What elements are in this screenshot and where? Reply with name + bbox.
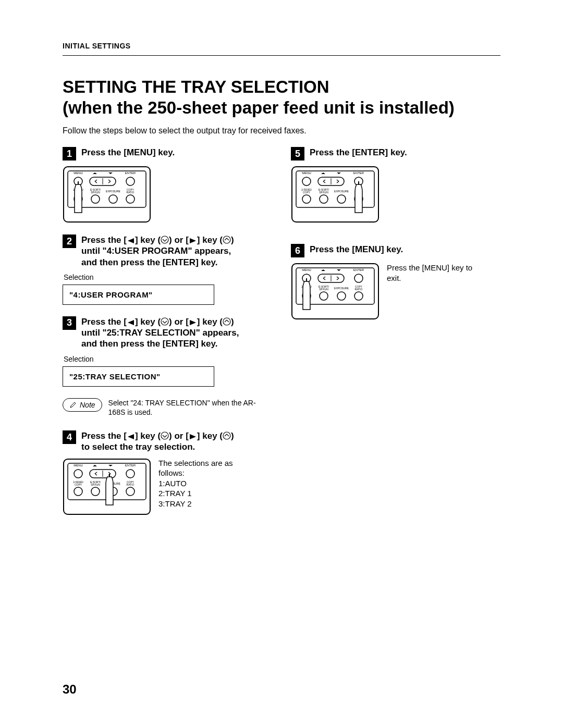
svg-text:SP.FUN: SP.FUN [319,191,328,194]
svg-text:EXPOSURE: EXPOSURE [106,190,120,193]
up-circle-icon [223,236,231,244]
svg-marker-22 [190,238,196,243]
step-number-badge: 2 [63,235,76,248]
intro-text: Follow the steps below to select the out… [63,126,500,135]
svg-point-31 [223,432,230,439]
lcd-display: "25:TRAY SELECTION" [63,366,214,387]
right-arrow-icon [189,434,197,440]
svg-point-29 [161,432,168,439]
svg-text:EXPOSURE: EXPOSURE [334,190,349,193]
step-number-badge: 5 [291,147,304,161]
note-block: Note Select "24: TRAY SELECTION" when th… [63,398,272,417]
pointing-hand-icon [355,181,362,213]
page-title: SETTING THE TRAY SELECTION (when the 250… [63,77,500,118]
svg-text:SP.FUN: SP.FUN [91,191,100,194]
control-panel-illustration: MENU ENTER 2-SIDED COPY E-SORT/ SP.FUN E… [291,166,380,223]
down-circle-icon [161,431,169,440]
step-5: 5 Press the [ENTER] key. MENU [291,147,500,223]
svg-marker-20 [128,238,134,243]
down-circle-icon [161,317,169,326]
left-arrow-icon [127,319,135,326]
control-panel-illustration: MENU ENTER 2-SIDED COPY E-SORT/ SP.FUN [63,166,151,223]
control-panel-illustration: MENU ENTER 2-SIDED COPY E-SORT/ SP.FUN E… [291,263,380,320]
svg-point-65 [320,195,328,203]
svg-point-27 [223,318,230,325]
svg-point-34 [74,470,82,478]
page-number: 30 [63,682,77,697]
header-rule [63,55,500,56]
right-arrow-icon [189,319,197,326]
up-circle-icon [223,431,231,440]
step-3: 3 Press the [] key () or [] key () until… [63,316,272,387]
note-label: Note [80,401,95,409]
svg-text:RATIO: RATIO [355,288,363,291]
left-column: 1 Press the [MENU] key. MENU [63,147,272,526]
step-number-badge: 3 [63,316,76,330]
pencil-icon [69,401,77,409]
control-panel-illustration: MENU ENTER 2-SIDED COPY E-SORT/ SP.FUN E… [63,458,151,515]
svg-point-43 [91,487,100,496]
left-arrow-icon [127,434,135,440]
selection-label: Selection [64,355,272,363]
title-line-2: (when the 250-sheet paper feed unit is i… [63,98,455,117]
step-title: Press the [ENTER] key. [310,147,407,158]
svg-text:EXPOSURE: EXPOSURE [334,287,349,290]
svg-text:MENU: MENU [302,268,311,272]
right-column: 5 Press the [ENTER] key. MENU [291,147,500,526]
svg-text:RATIO: RATIO [127,483,134,486]
svg-text:MENU: MENU [302,171,311,175]
svg-point-25 [161,318,168,325]
note-pill: Note [63,398,102,412]
svg-point-45 [126,487,134,496]
instruction-columns: 1 Press the [MENU] key. MENU [63,147,500,526]
pointing-hand-icon [75,181,82,213]
svg-text:ENTER: ENTER [125,464,136,467]
step-side-text: Press the [MENU] key to exit. [387,263,472,283]
down-circle-icon [161,236,169,244]
step-title: Press the [MENU] key. [310,244,403,255]
svg-text:COPY: COPY [75,483,82,486]
svg-point-23 [223,236,230,243]
svg-marker-28 [128,434,134,439]
svg-point-81 [354,274,363,282]
svg-text:ENTER: ENTER [353,268,364,272]
svg-point-66 [337,195,346,203]
step-4: 4 Press the [] key () or [] key () to se… [63,430,272,515]
section-header: INITIAL SETTINGS [63,42,500,50]
svg-text:SP.FUN: SP.FUN [91,483,100,486]
selection-label: Selection [64,273,272,281]
svg-point-42 [74,487,82,496]
svg-point-88 [337,292,346,300]
svg-point-56 [302,177,311,186]
title-line-1: SETTING THE TRAY SELECTION [63,77,329,96]
manual-page: INITIAL SETTINGS SETTING THE TRAY SELECT… [0,0,563,728]
step-side-text: The selections are as follows: 1:AUTO 2:… [158,458,233,509]
svg-text:SP.FUN: SP.FUN [319,288,328,291]
step-6: 6 Press the [MENU] key. MENU [291,244,500,320]
svg-text:COPY: COPY [303,191,311,194]
note-text: Select "24: TRAY SELECTION" when the AR-… [108,398,272,417]
left-arrow-icon [127,238,135,244]
lcd-display: "4:USER PROGRAM" [63,285,214,305]
pointing-hand-icon [106,474,113,505]
step-1: 1 Press the [MENU] key. MENU [63,147,272,223]
svg-point-87 [320,292,328,300]
step-title: Press the [] key () or [] key () to sele… [81,430,234,453]
svg-point-11 [126,195,134,203]
right-arrow-icon [189,238,197,244]
svg-point-89 [354,292,363,300]
svg-point-10 [109,195,117,203]
step-number-badge: 6 [291,244,304,257]
svg-text:RATIO: RATIO [127,191,134,194]
step-2: 2 Press the [] key () or [] key () until… [63,235,272,305]
svg-point-64 [302,195,311,203]
step-title: Press the [] key () or [] key () until "… [81,235,234,268]
svg-marker-24 [128,320,134,325]
svg-text:MENU: MENU [74,464,83,467]
up-circle-icon [223,317,231,326]
svg-point-21 [161,236,168,243]
svg-point-37 [126,470,134,478]
svg-point-9 [91,195,100,203]
svg-marker-26 [190,320,196,325]
step-title: Press the [MENU] key. [81,147,175,158]
